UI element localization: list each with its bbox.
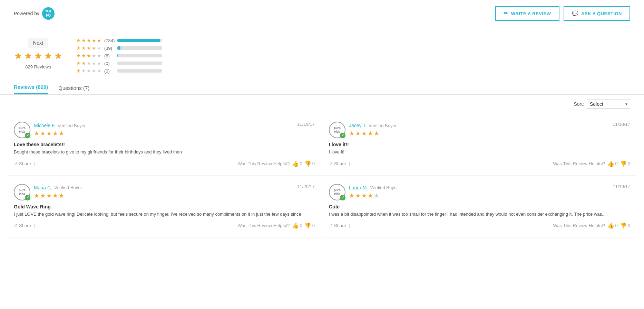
avatar-2: pura vida✓ — [14, 184, 30, 200]
rev-star-4-2: ★ — [52, 192, 58, 199]
verified-badge-1: ✓ — [340, 133, 345, 138]
bar-star-2: ★ — [81, 38, 86, 43]
sort-label: Sort: — [574, 101, 584, 107]
sort-wrapper[interactable]: Select Newest Oldest Highest Rating Lowe… — [587, 100, 630, 109]
bar-star-3: ★ — [87, 68, 91, 74]
rev-star-3-3: ★ — [361, 192, 367, 199]
share-label-0: Share — [19, 161, 31, 166]
review-body-3: I was a bit disappointed when it was too… — [329, 211, 630, 218]
reviewer-info-3: pura vida✓Laura M.Verified Buyer★★★★★ — [329, 184, 398, 200]
yotpo-logo-text: YOT PO — [45, 9, 51, 18]
name-row-3: Laura M.Verified Buyer — [349, 185, 398, 190]
bar-star-2: ★ — [81, 68, 86, 74]
next-button[interactable]: Next — [28, 38, 48, 48]
sort-select[interactable]: Select Newest Oldest Highest Rating Lowe… — [587, 100, 630, 109]
overall-stars: ★ ★ ★ ★ ★ — [14, 50, 62, 62]
review-title-3: Cute — [329, 204, 630, 209]
share-icon-1: ↗ — [329, 161, 333, 166]
bar-star-5: ★ — [97, 53, 101, 58]
bar-stars-3: ★★★★★ — [76, 53, 101, 58]
share-label-1: Share — [334, 161, 346, 166]
bar-star-5: ★ — [97, 68, 101, 74]
review-header-2: pura vida✓Maria C.Verified Buyer★★★★★11/… — [14, 184, 315, 200]
bar-star-2: ★ — [81, 45, 86, 51]
share-link-1[interactable]: ↗Share| — [329, 161, 351, 166]
star-1: ★ — [14, 50, 22, 62]
helpful-label-0: Was This Review Helpful? — [238, 161, 290, 166]
avatar-0: pura vida✓ — [14, 122, 30, 138]
name-block-2: Maria C.Verified Buyer★★★★★ — [34, 185, 82, 199]
share-link-3[interactable]: ↗Share| — [329, 223, 351, 228]
helpful-row-1: Was This Review Helpful?👍 0👎 0 — [553, 160, 630, 167]
rev-star-3-0: ★ — [46, 130, 52, 137]
rating-bar-row-2: ★★★★★(0) — [76, 60, 173, 66]
thumbs-down-2[interactable]: 👎 0 — [304, 222, 315, 229]
review-footer-2: ↗Share|Was This Review Helpful?👍 0👎 0 — [14, 222, 315, 229]
verified-text-3: Verified Buyer — [370, 185, 398, 190]
bar-track-3 — [117, 54, 162, 57]
helpful-row-0: Was This Review Helpful?👍 0👎 0 — [238, 160, 315, 167]
review-header-1: pura vida✓Jacey T.Verified Buyer★★★★★11/… — [329, 122, 630, 138]
share-divider-2: | — [34, 223, 35, 228]
rev-star-4-3: ★ — [368, 192, 373, 199]
ask-question-button[interactable]: 💬 ASK A QUESTION — [564, 6, 631, 21]
thumbs-down-0[interactable]: 👎 0 — [304, 160, 315, 167]
review-date-2: 11/20/17 — [297, 184, 315, 189]
bar-star-1: ★ — [76, 68, 81, 74]
reviewer-name-3: Laura M. — [349, 185, 368, 190]
share-divider-3: | — [349, 223, 350, 228]
write-review-label: WRITE A REVIEW — [511, 11, 551, 16]
bar-count-2: (0) — [104, 61, 115, 66]
star-5: ★ — [54, 50, 62, 62]
thumbs-down-1[interactable]: 👎 0 — [620, 160, 630, 167]
bar-star-4: ★ — [92, 68, 96, 74]
review-stars-2: ★★★★★ — [34, 192, 82, 199]
reviews-grid: pura vida✓Michele F.Verified Buyer★★★★★1… — [0, 113, 644, 237]
rev-star-3-1: ★ — [361, 130, 367, 137]
share-link-0[interactable]: ↗Share| — [14, 161, 36, 166]
bar-track-4 — [117, 46, 162, 50]
bar-star-5: ★ — [97, 38, 101, 43]
rev-star-5-3: ★ — [374, 192, 379, 199]
reviewer-info-1: pura vida✓Jacey T.Verified Buyer★★★★★ — [329, 122, 397, 138]
tabs-section: Reviews (829) Questions (7) — [0, 77, 644, 95]
share-icon-3: ↗ — [329, 223, 333, 228]
review-footer-0: ↗Share|Was This Review Helpful?👍 0👎 0 — [14, 160, 315, 167]
thumbs-up-3[interactable]: 👍 0 — [607, 222, 618, 229]
verified-text-2: Verified Buyer — [54, 185, 82, 190]
thumbs-up-0[interactable]: 👍 0 — [292, 160, 302, 167]
bar-star-3: ★ — [87, 60, 91, 66]
rev-star-1-0: ★ — [34, 130, 39, 137]
rev-star-1-3: ★ — [349, 192, 354, 199]
thumbs-up-2[interactable]: 👍 0 — [292, 222, 302, 229]
bar-stars-4: ★★★★★ — [76, 45, 101, 51]
tab-questions[interactable]: Questions (7) — [58, 85, 89, 94]
review-title-1: I love it!! — [329, 142, 630, 147]
bar-fill-3 — [117, 54, 118, 57]
tab-reviews[interactable]: Reviews (829) — [14, 84, 48, 94]
review-stars-0: ★★★★★ — [34, 130, 86, 137]
rev-star-4-1: ★ — [368, 130, 373, 137]
review-footer-3: ↗Share|Was This Review Helpful?👍 0👎 0 — [329, 222, 630, 229]
review-stars-3: ★★★★★ — [349, 192, 398, 199]
review-card-1: pura vida✓Jacey T.Verified Buyer★★★★★11/… — [322, 113, 637, 176]
star-3: ★ — [34, 50, 42, 62]
name-row-1: Jacey T.Verified Buyer — [349, 123, 397, 128]
thumbs-up-1[interactable]: 👍 0 — [607, 160, 618, 167]
rev-star-2-0: ★ — [40, 130, 46, 137]
share-link-2[interactable]: ↗Share| — [14, 223, 36, 228]
reviewer-info-0: pura vida✓Michele F.Verified Buyer★★★★★ — [14, 122, 86, 138]
powered-by: Powered by YOT PO — [14, 7, 55, 20]
write-review-button[interactable]: ✏ WRITE A REVIEW — [495, 6, 559, 21]
review-body-2: I just LOVE the gold wave ring! Delicate… — [14, 211, 315, 218]
ask-question-icon: 💬 — [572, 10, 579, 17]
bar-track-2 — [117, 62, 162, 65]
helpful-row-3: Was This Review Helpful?👍 0👎 0 — [553, 222, 630, 229]
rev-star-5-1: ★ — [374, 130, 379, 137]
thumbs-down-3[interactable]: 👎 0 — [620, 222, 630, 229]
bar-stars-1: ★★★★★ — [76, 68, 101, 74]
rev-star-1-2: ★ — [34, 192, 39, 199]
helpful-label-2: Was This Review Helpful? — [238, 223, 290, 228]
rev-star-3-2: ★ — [46, 192, 52, 199]
review-date-3: 11/19/17 — [613, 184, 630, 189]
